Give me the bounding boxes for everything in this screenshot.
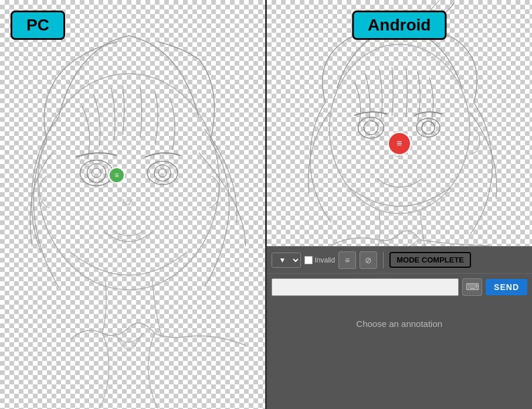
android-bottom-area: Choose an annotation (267, 300, 533, 409)
svg-point-9 (364, 121, 378, 135)
svg-point-6 (158, 169, 167, 177)
hide-icon-btn[interactable]: ⊘ (360, 251, 377, 269)
keyboard-icon-btn[interactable]: ⌨ (462, 278, 482, 296)
svg-point-1 (80, 160, 113, 186)
pc-sketch (0, 0, 265, 409)
android-panel: Android (267, 0, 533, 409)
svg-point-2 (87, 163, 106, 182)
svg-point-3 (92, 168, 101, 178)
svg-point-5 (154, 165, 171, 181)
android-label: Android (352, 11, 446, 40)
annotation-icon-btn[interactable]: ≡ (338, 251, 356, 269)
comment-input[interactable] (272, 278, 459, 296)
android-input-area: ⌨ SEND (267, 273, 533, 300)
svg-point-0 (38, 74, 219, 290)
choose-annotation-text: Choose an annotation (356, 319, 442, 329)
toolbar-dropdown[interactable]: ▼ (272, 253, 301, 268)
invalid-checkbox-group: Invalid (304, 256, 336, 264)
android-toolbar: ▼ Invalid ≡ ⊘ MODE COMPLETE (267, 246, 533, 273)
android-annotation-marker[interactable] (388, 132, 411, 155)
pc-label: PC (11, 11, 65, 40)
mode-complete-button[interactable]: MODE COMPLETE (389, 252, 471, 268)
toolbar-separator (383, 252, 384, 268)
send-button[interactable]: SEND (486, 279, 527, 295)
pc-annotation-marker[interactable] (109, 167, 125, 183)
pc-panel: PC (0, 0, 265, 409)
invalid-label: Invalid (315, 256, 336, 264)
svg-point-11 (422, 121, 435, 134)
invalid-checkbox[interactable] (304, 256, 313, 264)
